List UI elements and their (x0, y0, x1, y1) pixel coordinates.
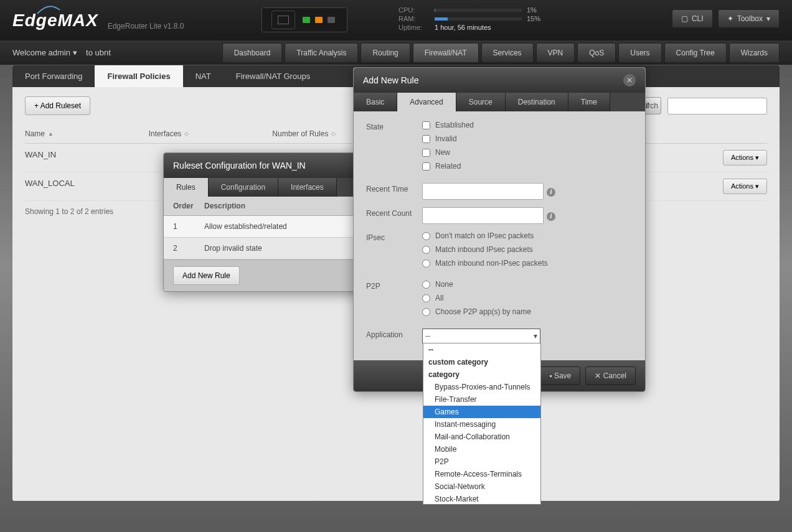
nav-tab-firewall-nat[interactable]: Firewall/NAT (413, 43, 479, 63)
ram-label: RAM: (398, 15, 430, 22)
dropdown-item[interactable]: Bypass-Proxies-and-Tunnels (423, 381, 540, 393)
column-header[interactable]: Name▲ (25, 129, 149, 138)
p2p-radio[interactable] (422, 308, 430, 316)
dropdown-item[interactable]: Instant-messaging (423, 418, 540, 431)
search-input[interactable] (667, 98, 767, 114)
newrule-tab-advanced[interactable]: Advanced (397, 93, 456, 111)
cancel-icon: ✕ (595, 371, 601, 380)
welcome-user[interactable]: Welcome admin ▾ to ubnt (12, 48, 111, 57)
state-related-checkbox[interactable] (422, 162, 430, 170)
info-icon: i (547, 212, 555, 221)
radio-label: Match inbound IPsec packets (435, 245, 533, 254)
uptime-label: Uptime: (398, 24, 430, 31)
dropdown-item[interactable]: P2P (423, 455, 540, 468)
add-ruleset-button[interactable]: + Add Ruleset (25, 96, 90, 115)
column-header[interactable]: Interfaces◇ (149, 129, 273, 138)
radio-label: Match inbound non-IPsec packets (435, 259, 548, 268)
nav-tab-config-tree[interactable]: Config Tree (664, 43, 727, 63)
cpu-value: 1% (527, 6, 537, 14)
state-invalid-checkbox[interactable] (422, 135, 430, 143)
info-icon: i (547, 188, 555, 197)
radio-label: Choose P2P app(s) by name (435, 307, 531, 316)
add-new-rule-modal: Add New Rule ✕ BasicAdvancedSourceDestin… (353, 67, 646, 392)
newrule-tab-time[interactable]: Time (568, 93, 610, 111)
port-eth1-icon (315, 17, 323, 23)
application-select[interactable]: --▾ --custom categorycategoryBypass-Prox… (422, 329, 540, 343)
product-name: EdgeRouter Lite v1.8.0 (108, 22, 184, 30)
dropdown-item[interactable]: Mail-and-Collaboration (423, 431, 540, 443)
save-icon: ▪ (549, 371, 552, 380)
add-new-rule-button[interactable]: Add New Rule (173, 266, 240, 285)
recent-count-label: Recent Count (366, 207, 422, 224)
checkbox-label: Related (435, 162, 461, 170)
dropdown-item[interactable]: File-Transfer (423, 393, 540, 406)
application-dropdown[interactable]: --custom categorycategoryBypass-Proxies-… (423, 343, 541, 505)
chevron-down-icon: ▾ (766, 14, 770, 23)
state-new-checkbox[interactable] (422, 149, 430, 157)
dropdown-group: category (423, 368, 540, 381)
ruleset-tab-configuration[interactable]: Configuration (209, 178, 278, 197)
port-eth2-icon (328, 17, 335, 23)
nav-tab-traffic-analysis[interactable]: Traffic Analysis (285, 43, 358, 63)
newrule-modal-title: Add New Rule (363, 75, 419, 85)
sub-tab-firewall-policies[interactable]: Firewall Policies (95, 65, 182, 87)
recent-time-input[interactable] (422, 183, 544, 200)
newrule-tab-basic[interactable]: Basic (354, 93, 397, 111)
ram-value: 15% (527, 15, 540, 22)
newrule-tab-destination[interactable]: Destination (506, 93, 568, 111)
logo-swoosh-icon (36, 4, 61, 15)
toolbox-button[interactable]: ✦Toolbox▾ (718, 9, 780, 28)
ipsec-radio[interactable] (422, 232, 430, 240)
p2p-radio[interactable] (422, 294, 430, 302)
nav-tab-users[interactable]: Users (618, 43, 661, 63)
p2p-radio[interactable] (422, 281, 430, 289)
wrench-icon: ✦ (727, 14, 733, 23)
col-order-header: Order (173, 202, 204, 210)
actions-button[interactable]: Actions ▾ (723, 150, 767, 166)
nav-tab-wizards[interactable]: Wizards (729, 43, 780, 63)
ipsec-radio[interactable] (422, 259, 430, 268)
cli-button[interactable]: ▢CLI (672, 9, 713, 28)
nav-tab-dashboard[interactable]: Dashboard (222, 43, 283, 63)
uptime-value: 1 hour, 56 minutes (435, 24, 491, 31)
recent-count-input[interactable] (422, 207, 544, 224)
sub-tab-port-forwarding[interactable]: Port Forwarding (12, 65, 95, 87)
save-button[interactable]: ▪ Save (540, 366, 580, 385)
system-stats: CPU:1% RAM:15% Uptime:1 hour, 56 minutes (398, 6, 540, 32)
checkbox-label: New (435, 148, 450, 157)
sort-icon: ▲ (48, 131, 54, 137)
dropdown-item[interactable]: Stock-Market (423, 493, 540, 505)
radio-label: All (435, 294, 443, 302)
sub-tab-firewall-nat-groups[interactable]: Firewall/NAT Groups (224, 65, 323, 87)
sub-tab-nat[interactable]: NAT (183, 65, 224, 87)
terminal-icon: ▢ (681, 14, 688, 23)
checkbox-label: Invalid (435, 134, 457, 143)
dropdown-group: custom category (423, 356, 540, 368)
close-icon[interactable]: ✕ (623, 74, 636, 86)
nav-tab-services[interactable]: Services (481, 43, 534, 63)
newrule-tab-source[interactable]: Source (456, 93, 506, 111)
nav-tab-routing[interactable]: Routing (361, 43, 410, 63)
dropdown-item[interactable]: Games (423, 406, 540, 418)
dropdown-item[interactable]: Social-Network (423, 480, 540, 493)
nav-tab-qos[interactable]: QoS (577, 43, 616, 63)
radio-label: Don't match on IPsec packets (435, 231, 534, 240)
recent-time-label: Recent Time (366, 183, 422, 200)
actions-button[interactable]: Actions ▾ (723, 179, 767, 194)
ipsec-radio[interactable] (422, 246, 430, 254)
ruleset-tab-interfaces[interactable]: Interfaces (278, 178, 337, 197)
nav-tab-vpn[interactable]: VPN (536, 43, 575, 63)
state-established-checkbox[interactable] (422, 121, 430, 129)
chevron-down-icon: ▾ (534, 332, 537, 340)
cancel-button[interactable]: ✕ Cancel (585, 366, 636, 385)
dropdown-item[interactable]: Remote-Access-Terminals (423, 468, 540, 480)
state-label: State (366, 121, 422, 175)
dropdown-item[interactable]: Mobile (423, 443, 540, 455)
ruleset-tab-rules[interactable]: Rules (164, 178, 209, 197)
sort-icon: ◇ (184, 131, 189, 137)
p2p-label: P2P (366, 280, 422, 321)
port-eth0-icon (303, 17, 310, 23)
application-label: Application (366, 329, 422, 343)
column-header[interactable] (643, 129, 767, 138)
cpu-label: CPU: (398, 6, 430, 14)
